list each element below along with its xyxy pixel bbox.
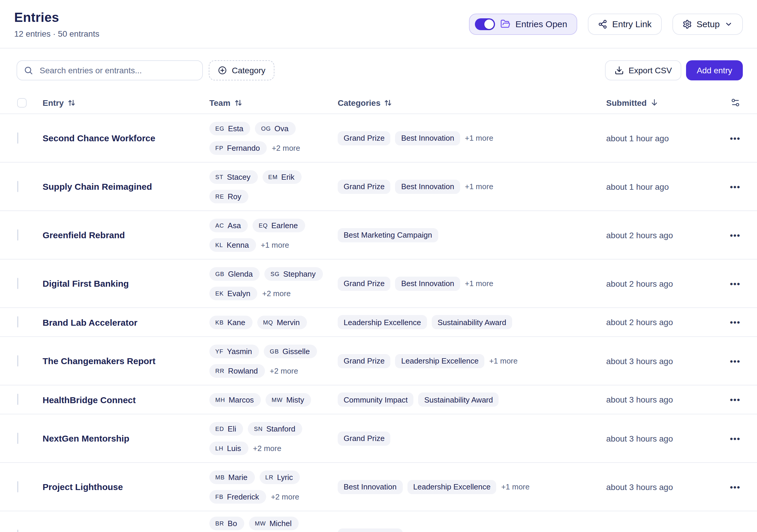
add-category-button[interactable]: Category — [209, 60, 274, 80]
team-member-pill[interactable]: EDEli — [209, 422, 243, 435]
entry-link-button[interactable]: Entry Link — [588, 13, 661, 35]
column-submitted-label: Submitted — [606, 98, 647, 107]
team-member-pill[interactable]: YFYasmin — [209, 344, 259, 358]
categories-more-label[interactable]: +1 more — [501, 482, 530, 491]
team-member-pill[interactable]: EMErik — [262, 170, 302, 184]
row-menu-button[interactable]: ••• — [730, 317, 741, 327]
submitted-time: about 1 hour ago — [606, 182, 710, 191]
entry-name[interactable]: Supply Chain Reimagined — [43, 182, 209, 192]
team-member-pill[interactable]: FBFrederick — [209, 490, 266, 503]
row-checkbox[interactable] — [17, 394, 18, 405]
team-member-pill[interactable]: GBGisselle — [264, 344, 317, 358]
row-menu-button[interactable]: ••• — [730, 531, 741, 532]
row-menu-button[interactable]: ••• — [730, 395, 741, 404]
column-entry[interactable]: Entry — [43, 98, 209, 107]
category-chip: Grand Prize — [338, 276, 391, 290]
team-member-pill[interactable]: KLKenna — [209, 238, 256, 251]
entry-name[interactable]: NextGen Mentorship — [43, 433, 209, 443]
member-name: Stacey — [227, 172, 251, 181]
team-cell: GBGlendaSGStephanyEKEvalyn+2 more — [209, 259, 338, 308]
team-member-pill[interactable]: SGStephany — [265, 267, 323, 281]
column-settings[interactable] — [710, 98, 743, 107]
team-member-pill[interactable]: OGOva — [255, 122, 296, 135]
row-menu-cell: ••• — [730, 278, 743, 289]
entry-name[interactable]: Brand Lab Accelerator — [43, 317, 209, 327]
team-member-pill[interactable]: EKEvalyn — [209, 286, 257, 300]
row-checkbox[interactable] — [17, 229, 18, 240]
team-member-pill[interactable]: RERoy — [209, 190, 248, 203]
team-member-pill[interactable]: EGEsta — [209, 122, 251, 135]
row-menu-button[interactable]: ••• — [730, 182, 741, 191]
entry-name[interactable]: Voices Unheard — [43, 530, 209, 532]
setup-button[interactable]: Setup — [672, 13, 743, 35]
select-all-checkbox[interactable] — [17, 98, 27, 107]
categories-more-label[interactable]: +1 more — [465, 279, 493, 288]
team-more-label[interactable]: +2 more — [270, 366, 298, 375]
team-member-pill[interactable]: EQEarlene — [253, 219, 305, 232]
row-checkbox[interactable] — [17, 278, 18, 289]
column-team[interactable]: Team — [209, 98, 338, 107]
entries-open-button[interactable]: Entries Open — [469, 13, 577, 35]
team-more-label[interactable]: +2 more — [253, 444, 281, 453]
entries-open-toggle[interactable] — [474, 18, 495, 30]
row-checkbox[interactable] — [17, 355, 18, 366]
row-checkbox[interactable] — [17, 481, 18, 492]
entry-name[interactable]: The Changemakers Report — [43, 356, 209, 366]
team-member-pill[interactable]: GBGlenda — [209, 267, 260, 281]
category-chip: Best Innovation — [338, 480, 403, 494]
team-member-pill[interactable]: STStacey — [209, 170, 257, 184]
categories-more-label[interactable]: +1 more — [489, 356, 518, 365]
team-member-pill[interactable]: FPFernando — [209, 141, 267, 155]
sort-icon — [384, 99, 392, 107]
team-member-pill[interactable]: MBMarie — [209, 470, 255, 484]
row-menu-button[interactable]: ••• — [730, 482, 741, 491]
export-csv-button[interactable]: Export CSV — [605, 60, 681, 80]
team-member-pill[interactable]: MWMisty — [265, 393, 311, 406]
team-member-pill[interactable]: RRRowland — [209, 364, 265, 377]
categories-more-label[interactable]: +1 more — [465, 133, 493, 142]
row-checkbox[interactable] — [17, 132, 18, 143]
toggle-knob — [484, 19, 494, 29]
team-more-label[interactable]: +2 more — [262, 289, 291, 298]
team-member-pill[interactable]: MQMervin — [257, 315, 307, 329]
row-menu-button[interactable]: ••• — [730, 356, 741, 366]
row-checkbox[interactable] — [17, 316, 18, 328]
team-member-pill[interactable]: MWMichel — [249, 517, 299, 530]
column-categories[interactable]: Categories — [338, 98, 606, 107]
row-menu-button[interactable]: ••• — [730, 279, 741, 288]
team-member-pill[interactable]: SNStanford — [248, 422, 303, 435]
search-input[interactable] — [16, 60, 203, 80]
row-checkbox[interactable] — [17, 432, 18, 444]
table-row: Voices UnheardBRBoMWMichelBest Innovatio… — [0, 511, 757, 532]
column-submitted[interactable]: Submitted — [606, 98, 710, 107]
team-member-pill[interactable]: BRBo — [209, 517, 244, 530]
row-checkbox-cell — [14, 482, 43, 492]
table-row: NextGen MentorshipEDEliSNStanfordLHLuis+… — [0, 414, 757, 463]
member-name: Glenda — [228, 269, 253, 278]
categories-more-label[interactable]: +1 more — [465, 182, 493, 191]
entry-name[interactable]: HealthBridge Connect — [43, 395, 209, 405]
row-menu-button[interactable]: ••• — [730, 230, 741, 240]
entry-name[interactable]: Project Lighthouse — [43, 482, 209, 492]
member-name: Evalyn — [227, 289, 251, 298]
sliders-icon — [730, 98, 741, 107]
row-checkbox[interactable] — [17, 181, 18, 192]
add-entry-button[interactable]: Add entry — [686, 60, 743, 80]
team-member-pill[interactable]: LHLuis — [209, 441, 248, 455]
team-member-pill[interactable]: MHMarcos — [209, 393, 261, 406]
team-more-label[interactable]: +1 more — [261, 240, 289, 249]
search-wrap — [16, 60, 203, 80]
team-member-pill[interactable]: ACAsa — [209, 219, 248, 232]
entry-name[interactable]: Second Chance Workforce — [43, 133, 209, 143]
categories-cell: Grand PrizeBest Innovation+1 more — [338, 179, 606, 193]
entry-name[interactable]: Greenfield Rebrand — [43, 230, 209, 240]
row-menu-button[interactable]: ••• — [730, 133, 741, 143]
team-more-label[interactable]: +2 more — [272, 143, 300, 152]
row-menu-button[interactable]: ••• — [730, 433, 741, 443]
team-member-pill[interactable]: LRLyric — [259, 470, 300, 484]
team-more-label[interactable]: +2 more — [271, 492, 299, 501]
team-member-pill[interactable]: KBKane — [209, 315, 252, 329]
table-body: Second Chance WorkforceEGEstaOGOvaFPFern… — [0, 114, 757, 532]
row-checkbox[interactable] — [17, 529, 18, 532]
entry-name[interactable]: Digital First Banking — [43, 279, 209, 288]
